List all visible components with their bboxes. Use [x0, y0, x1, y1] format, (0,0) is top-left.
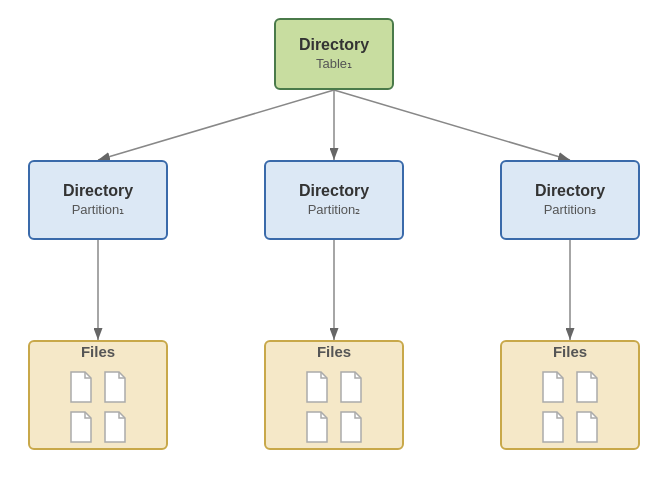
- file-icon: [573, 410, 601, 444]
- files3-icons: [535, 366, 605, 448]
- file-icon: [573, 370, 601, 404]
- files3-label: Files: [553, 343, 587, 360]
- file-icon: [303, 370, 331, 404]
- root-title: Directory: [299, 35, 369, 56]
- partition3-subtitle: Partition₃: [544, 202, 597, 219]
- partition3-box: Directory Partition₃: [500, 160, 640, 240]
- partition1-box: Directory Partition₁: [28, 160, 168, 240]
- file-icon: [539, 410, 567, 444]
- file-icon: [337, 410, 365, 444]
- diagram: Directory Table₁ Directory Partition₁ Di…: [0, 0, 668, 504]
- partition2-title: Directory: [299, 181, 369, 202]
- file-icon: [101, 410, 129, 444]
- files3-box: Files: [500, 340, 640, 450]
- partition1-title: Directory: [63, 181, 133, 202]
- file-icon: [67, 410, 95, 444]
- files1-label: Files: [81, 343, 115, 360]
- files2-icons: [299, 366, 369, 448]
- partition2-subtitle: Partition₂: [308, 202, 361, 219]
- file-icon: [67, 370, 95, 404]
- files2-box: Files: [264, 340, 404, 450]
- files2-label: Files: [317, 343, 351, 360]
- files1-icons: [63, 366, 133, 448]
- file-icon: [337, 370, 365, 404]
- file-icon: [539, 370, 567, 404]
- svg-line-3: [334, 90, 570, 160]
- partition2-box: Directory Partition₂: [264, 160, 404, 240]
- file-icon: [101, 370, 129, 404]
- files1-box: Files: [28, 340, 168, 450]
- root-box: Directory Table₁: [274, 18, 394, 90]
- partition1-subtitle: Partition₁: [72, 202, 125, 219]
- svg-line-1: [98, 90, 334, 160]
- partition3-title: Directory: [535, 181, 605, 202]
- root-subtitle: Table₁: [316, 56, 352, 73]
- file-icon: [303, 410, 331, 444]
